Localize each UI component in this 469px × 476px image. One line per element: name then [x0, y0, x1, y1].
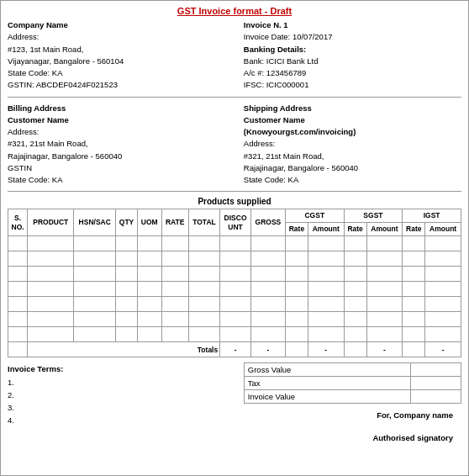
col-igst-header: IGST [403, 209, 461, 223]
total-sgst-amount-dash: - [366, 342, 403, 357]
shipping-customer-name: Customer Name [244, 114, 461, 126]
col-sno: S. NO. [8, 209, 28, 236]
total-igst-amount-dash: - [425, 342, 461, 357]
shipping-address-label: Address: [244, 138, 461, 150]
billing-address-line2: Rajajinagar, Bangalore - 560040 [8, 151, 225, 162]
summary-tax-label: Tax [244, 377, 410, 390]
invoice-number: Invoice N. 1 [244, 19, 461, 31]
term-2: 2. [8, 389, 234, 401]
summary-tax-row: Tax [244, 377, 461, 390]
invoice-page: GST Invoice format - Draft Company Name … [0, 0, 469, 476]
summary-invoice-value [411, 390, 461, 404]
col-cgst-amount: Amount [308, 223, 344, 236]
account-number: A/c #: 123456789 [244, 67, 461, 79]
summary-tax-value [411, 377, 461, 390]
banking-label: Banking Details: [244, 44, 461, 56]
shipping-address-line2: Rajajinagar, Bangalore - 560040 [244, 162, 461, 174]
table-row [8, 327, 461, 342]
invoice-terms-label: Invoice Terms: [8, 362, 234, 375]
billing-customer-name: Customer Name [8, 114, 225, 126]
table-row [8, 251, 461, 267]
col-igst-amount: Amount [425, 223, 461, 236]
draft-title: GST Invoice format - Draft [8, 6, 461, 16]
authorised-signatory: Authorised signatory [244, 433, 453, 442]
company-address-line2: Vijayanagar, Bangalore - 560104 [8, 56, 225, 67]
table-row [8, 297, 461, 312]
billing-shipping-section: Billing Address Customer Name Address: #… [8, 103, 461, 193]
term-1: 1. [8, 376, 234, 389]
col-gross: GROSS [250, 209, 285, 236]
company-address-label: Address: [8, 31, 225, 43]
col-uom: UOM [137, 209, 161, 236]
col-sgst-rate: Rate [344, 223, 366, 236]
total-sgst-rate-dash [344, 342, 366, 357]
billing-state-code: State Code: KA [8, 174, 225, 186]
footer-section: Invoice Terms: 1. 2. 3. 4. Gross Value T… [8, 362, 461, 442]
invoice-info: Invoice N. 1 Invoice Date: 10/07/2017 Ba… [244, 19, 461, 92]
invoice-date: Invoice Date: 10/07/2017 [244, 31, 461, 43]
for-company: For, Company name [244, 410, 453, 420]
shipping-website: (Knowyourgst.com/invoicing) [244, 126, 461, 138]
col-product: PRODUCT [28, 209, 74, 236]
total-gross-dash: - [250, 342, 285, 357]
billing-address-line1: #321, 21st Main Road, [8, 138, 225, 150]
col-cgst-header: CGST [285, 209, 344, 223]
signatory-section: For, Company name Authorised signatory [244, 410, 461, 442]
bank-name: Bank: ICICI Bank Ltd [244, 56, 461, 67]
summary-table: Gross Value Tax Invoice Value [244, 362, 461, 404]
table-row [8, 282, 461, 297]
table-header-row: S. NO. PRODUCT HSN/SAC QTY UOM RATE TOTA… [8, 209, 461, 223]
total-igst-rate-dash [403, 342, 425, 357]
col-total: TOTAL [188, 209, 219, 236]
term-3: 3. [8, 401, 234, 414]
summary-gross-value [411, 363, 461, 377]
shipping-info: Shipping Address Customer Name (Knowyour… [244, 103, 461, 187]
company-gstin: GSTIN: ABCDEF0424F021523 [8, 79, 225, 91]
billing-gstin: GSTIN [8, 162, 225, 174]
summary-invoice-row: Invoice Value [244, 390, 461, 404]
table-row [8, 267, 461, 282]
summary-wrap: Gross Value Tax Invoice Value For, Compa… [244, 362, 461, 442]
shipping-address-line1: #321, 21st Main Road, [244, 151, 461, 162]
total-cgst-amount-dash: - [308, 342, 344, 357]
col-cgst-rate: Rate [285, 223, 308, 236]
summary-gross-row: Gross Value [244, 363, 461, 377]
col-rate: RATE [161, 209, 188, 236]
col-discount: DISCO UNT [220, 209, 251, 236]
company-address-line1: #123, 1st Main Road, [8, 44, 225, 56]
header-section: Company Name Address: #123, 1st Main Roa… [8, 19, 461, 98]
company-info: Company Name Address: #123, 1st Main Roa… [8, 19, 225, 92]
col-qty: QTY [116, 209, 138, 236]
shipping-title: Shipping Address [244, 103, 461, 114]
company-name: Company Name [8, 19, 225, 31]
company-state-code: State Code: KA [8, 67, 225, 79]
summary-gross-label: Gross Value [244, 363, 410, 377]
term-4: 4. [8, 414, 234, 426]
products-table: S. NO. PRODUCT HSN/SAC QTY UOM RATE TOTA… [8, 209, 461, 357]
col-sgst-amount: Amount [366, 223, 403, 236]
invoice-terms: Invoice Terms: 1. 2. 3. 4. [8, 362, 234, 426]
table-row [8, 236, 461, 251]
col-hsn: HSN/SAC [74, 209, 116, 236]
products-title: Products supplied [8, 197, 461, 206]
col-sgst-header: SGST [344, 209, 403, 223]
table-row [8, 312, 461, 327]
shipping-state-code: State Code: KA [244, 174, 461, 186]
total-discount-dash: - [220, 342, 251, 357]
billing-info: Billing Address Customer Name Address: #… [8, 103, 225, 187]
col-igst-rate: Rate [403, 223, 425, 236]
summary-invoice-label: Invoice Value [244, 390, 410, 404]
billing-title: Billing Address [8, 103, 225, 114]
ifsc: IFSC: ICIC000001 [244, 79, 461, 91]
totals-row: Totals - - - - - [8, 342, 461, 357]
totals-label: Totals [28, 342, 220, 357]
billing-address-label: Address: [8, 126, 225, 138]
total-cgst-rate-dash [285, 342, 308, 357]
